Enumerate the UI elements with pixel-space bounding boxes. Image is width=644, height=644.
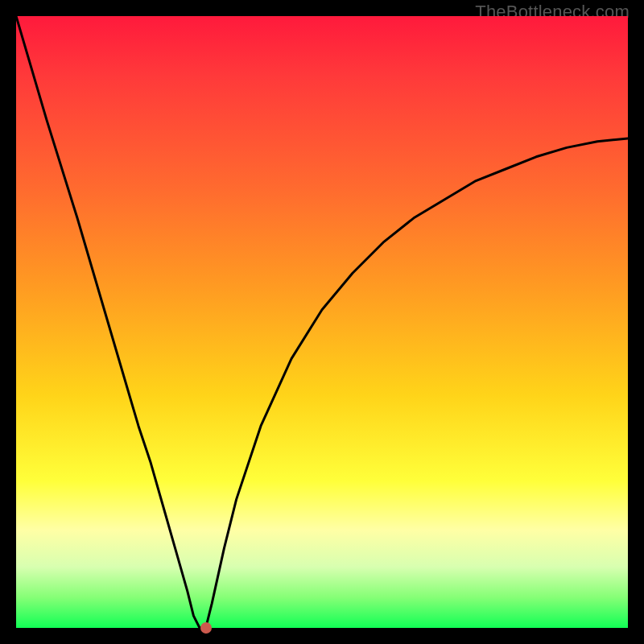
optimal-point-marker [200, 622, 212, 634]
plot-area [16, 16, 628, 628]
chart-frame: TheBottleneck.com [0, 0, 644, 644]
bottleneck-curve [16, 16, 628, 628]
